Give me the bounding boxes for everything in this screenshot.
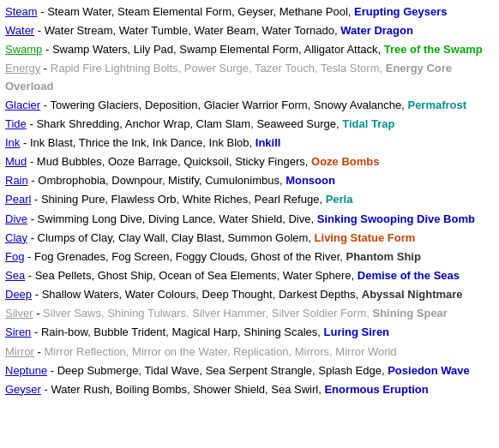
move-neptune-3: , <box>199 364 205 377</box>
category-link-dive[interactable]: Dive <box>5 212 27 225</box>
category-separator-dive: - <box>27 212 38 225</box>
move-swamp-2: Lily Pad <box>134 43 173 56</box>
move-sea-2: Ghost Ship <box>98 269 153 282</box>
move-glacier-2: Deposition <box>145 99 197 111</box>
move-mud-4: Quicksoil <box>183 155 229 168</box>
move-tide-4: Clam Slam <box>196 117 251 130</box>
move-neptune-0: Deep Submerge <box>57 364 139 377</box>
category-separator-mud: - <box>27 155 37 168</box>
move-dive-7: , <box>311 212 317 225</box>
move-deep-3: , <box>195 288 201 301</box>
move-dive-4: Water Shield <box>219 212 282 225</box>
category-link-mud[interactable]: Mud <box>5 155 27 168</box>
move-steam-4: Geyser <box>237 5 273 18</box>
move-mud-8: Ooze Bombs <box>311 155 379 168</box>
move-deep-8: Abyssal Nightmare <box>362 288 463 301</box>
move-siren-8: Luring Siren <box>324 326 390 338</box>
move-tide-8: Tidal Trap <box>342 117 394 130</box>
move-deep-7: , <box>356 288 362 301</box>
category-separator-water: - <box>34 24 45 37</box>
move-clay-3: , <box>165 231 171 244</box>
move-swamp-1: , <box>128 43 134 56</box>
category-link-deep[interactable]: Deep <box>5 288 32 301</box>
move-pearl-6: Pearl Refuge <box>255 193 320 206</box>
entry-energy: Energy - Rapid Fire Lightning Bolts, Pow… <box>5 60 494 94</box>
move-sea-1: , <box>91 269 97 282</box>
category-link-energy[interactable]: Energy <box>5 62 40 75</box>
move-swamp-0: Swamp Waters <box>52 43 128 56</box>
move-glacier-4: Glacier Warrior Form <box>204 99 308 111</box>
category-link-silver[interactable]: Silver <box>5 307 33 320</box>
move-tide-2: Anchor Wrap <box>125 117 190 130</box>
move-deep-6: Darkest Depths <box>279 288 356 301</box>
move-fog-6: Ghost of the River <box>250 250 340 263</box>
move-silver-0: Silver Saws <box>43 307 101 320</box>
move-ink-0: Ink Blast <box>30 136 73 149</box>
move-energy-4: Tazer Touch <box>255 62 315 75</box>
category-separator-mirror: - <box>34 345 45 358</box>
move-mirror-2: Mirror on the Water <box>132 345 227 358</box>
move-deep-4: Deep Thought <box>202 288 273 301</box>
move-rain-8: Monsoon <box>286 174 335 187</box>
category-link-water[interactable]: Water <box>5 24 34 37</box>
move-steam-0: Steam Water <box>47 5 111 18</box>
move-mirror-6: Mirrors <box>295 345 329 358</box>
category-link-ink[interactable]: Ink <box>5 136 20 149</box>
category-link-clay[interactable]: Clay <box>5 231 27 244</box>
category-link-steam[interactable]: Steam <box>5 5 38 18</box>
entry-siren: Siren - Rain-bow, Bubble Trident, Magica… <box>5 324 494 341</box>
category-link-mirror[interactable]: Mirror <box>5 345 34 358</box>
category-link-fog[interactable]: Fog <box>5 250 24 263</box>
move-pearl-0: Shining Pure <box>41 193 105 206</box>
move-glacier-1: , <box>139 99 145 111</box>
move-swamp-4: Swamp Elemental Form <box>179 43 298 56</box>
category-link-tide[interactable]: Tide <box>5 117 27 130</box>
move-dive-2: Diving Lance <box>148 212 213 225</box>
move-dive-1: , <box>142 212 148 225</box>
move-sea-4: Ocean of Sea Elements <box>159 269 276 282</box>
category-separator-silver: - <box>33 307 44 320</box>
category-link-glacier[interactable]: Glacier <box>5 99 40 111</box>
category-link-neptune[interactable]: Neptune <box>5 364 47 377</box>
move-clay-7: , <box>308 231 314 244</box>
move-pearl-5: , <box>248 193 254 206</box>
move-pearl-7: , <box>319 193 325 206</box>
move-clay-8: Living Statue Form <box>315 231 416 244</box>
entry-rain: Rain - Ombrophobia, Downpour, Mistify, C… <box>5 172 494 189</box>
move-pearl-3: , <box>176 193 182 206</box>
move-rain-6: Cumulonimbus <box>205 174 280 187</box>
move-pearl-2: Flawless Orb <box>111 193 177 206</box>
entry-sea: Sea - Sea Pellets, Ghost Ship, Ocean of … <box>5 267 494 284</box>
move-mud-2: Ooze Barrage <box>108 155 177 168</box>
category-link-siren[interactable]: Siren <box>5 326 31 338</box>
move-neptune-4: Sea Serpent Strangle <box>206 364 312 377</box>
entry-fog: Fog - Fog Grenades, Fog Screen, Foggy Cl… <box>5 248 494 266</box>
move-siren-4: Magical Harp <box>171 326 237 338</box>
move-clay-1: , <box>112 231 118 244</box>
move-energy-6: Tesla Storm <box>321 62 380 75</box>
category-link-sea[interactable]: Sea <box>5 269 25 282</box>
category-link-swamp[interactable]: Swamp <box>5 43 42 56</box>
move-silver-6: Silver Soldier Form <box>272 307 367 320</box>
move-siren-6: Shining Scales <box>243 326 317 338</box>
move-ink-7: , <box>250 136 256 149</box>
move-swamp-7: , <box>378 43 384 56</box>
category-separator-rain: - <box>28 174 39 187</box>
category-link-rain[interactable]: Rain <box>5 174 28 187</box>
move-geyser-8: Enormous Eruption <box>324 383 428 396</box>
move-clay-4: Clay Blast <box>171 231 222 244</box>
category-link-geyser[interactable]: Geyser <box>5 383 41 396</box>
move-dive-0: Swimming Long Dive <box>38 212 142 225</box>
move-ink-2: Thrice the Ink <box>79 136 147 149</box>
move-geyser-0: Water Rush <box>51 383 109 396</box>
move-ink-6: Ink Blob <box>209 136 250 149</box>
category-separator-glacier: - <box>40 99 50 111</box>
entry-mud: Mud - Mud Bubbles, Ooze Barrage, Quickso… <box>5 153 494 170</box>
move-fog-4: Foggy Clouds <box>176 250 244 263</box>
move-water-4: Water Beam <box>194 24 256 37</box>
move-rain-0: Ombrophobia <box>38 174 105 187</box>
category-link-pearl[interactable]: Pearl <box>5 193 31 206</box>
move-silver-8: Shining Spear <box>373 307 448 320</box>
move-ink-3: , <box>147 136 153 149</box>
move-fog-3: , <box>170 250 176 263</box>
